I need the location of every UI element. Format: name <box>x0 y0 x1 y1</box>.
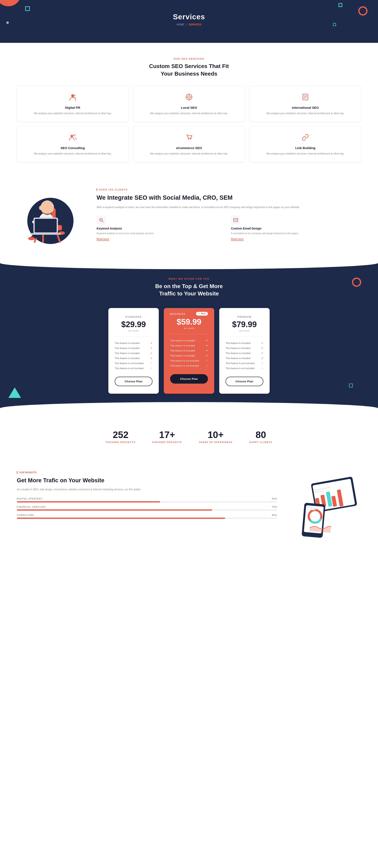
benefits-illustration <box>290 471 361 534</box>
progress-label-consulting: CONSULTING 80% <box>17 514 277 516</box>
list-item: This feature is included✓ <box>225 356 263 361</box>
integrate-title: We Integrate SEO with Social Media, CRO,… <box>97 194 361 202</box>
check-icon: ✓ <box>261 347 263 350</box>
check-icon: ✓ <box>206 354 208 357</box>
progress-fill-consulting <box>17 518 225 519</box>
card-desc-ecommerce: We analyze your website's structure, int… <box>138 152 240 156</box>
check-icon: ✓ <box>261 342 263 345</box>
stat-number-2: 17+ <box>152 429 182 440</box>
list-item: This feature is not included✕ <box>170 363 208 368</box>
list-item: This feature is included✓ <box>225 346 263 351</box>
services-grid: Digital PR We analyze your website's str… <box>17 86 361 162</box>
business-choose-button[interactable]: Choose Plan <box>170 374 208 383</box>
breadcrumb-home[interactable]: HOME <box>177 23 184 26</box>
standard-features: This feature is included✓ This feature i… <box>115 341 153 371</box>
keyword-read-more[interactable]: Read more <box>97 238 109 241</box>
feature-keyword-analysis: Keyword Analysis Keyword analysis is one… <box>97 215 227 241</box>
progress-fill-digital <box>17 501 160 502</box>
svg-rect-25 <box>35 219 57 232</box>
check-icon: ✓ <box>150 352 153 354</box>
digital-pr-icon <box>22 93 123 103</box>
check-icon: ✓ <box>261 357 263 360</box>
business-divider <box>170 334 208 334</box>
stat-label-1: FINISHED PROJECTS <box>106 441 135 443</box>
feature-keyword-title: Keyword Analysis <box>97 227 227 230</box>
stat-number-4: 80 <box>249 429 272 440</box>
premium-features: This feature is included✓ This feature i… <box>225 341 263 371</box>
feature-text: This feature is included <box>115 347 139 349</box>
feature-text: This feature is included <box>170 339 195 342</box>
stat-label-4: HAPPY CLIENTS <box>249 441 272 443</box>
list-item: This feature is included✓ <box>170 343 208 348</box>
pricing-section: WHAT WE OFFER FOR YOU Be on the Top & Ge… <box>0 256 378 415</box>
business-plan-label: BUSINESS <box>170 313 185 315</box>
feature-text: This feature is included <box>225 342 250 344</box>
pricing-cards-container: STANDARD $29.99 per month This feature i… <box>17 308 361 394</box>
breadcrumb: HOME / SERVICES <box>4 23 374 26</box>
stat-label-2: FINISHED PROJECTS <box>152 441 182 443</box>
feature-text: This feature is not included <box>115 362 144 365</box>
deco-circle-1 <box>358 6 368 16</box>
feature-text: This feature is included <box>115 357 139 360</box>
check-icon: ✓ <box>150 357 153 360</box>
stat-years-experience: 10+ YEARS OF EXPERIENCE <box>199 429 232 444</box>
svg-point-28 <box>39 206 42 210</box>
service-card-link-building: Link Building We analyze your website's … <box>250 126 361 162</box>
feature-text: This feature is included <box>170 354 195 357</box>
feature-email-title: Custom Email Design <box>231 227 361 230</box>
x-icon: ✕ <box>261 367 263 370</box>
card-desc-local-seo: We analyze your website's structure, int… <box>138 112 240 116</box>
link-building-icon <box>255 133 356 143</box>
card-desc-digital-pr: We analyze your website's structure, int… <box>22 112 123 116</box>
list-item: This feature is included✓ <box>115 346 153 351</box>
service-card-ecommerce: eCommerce SEO We analyze your website's … <box>133 126 245 162</box>
stat-finished-projects: 252 FINISHED PROJECTS <box>106 429 135 444</box>
email-design-icon <box>231 215 240 225</box>
x-icon: ✕ <box>150 362 153 365</box>
premium-choose-button[interactable]: Choose Plan <box>225 377 263 386</box>
svg-rect-31 <box>233 218 238 222</box>
premium-plan-label: PREMIUM <box>225 316 263 318</box>
integrate-description: With a keyword analysis in hand, we now … <box>97 205 361 210</box>
card-desc-seo-consulting: We analyze your website's structure, int… <box>22 152 123 156</box>
check-icon: ✓ <box>150 347 153 350</box>
check-icon: ✓ <box>206 339 208 342</box>
card-title-local-seo: Local SEO <box>138 106 240 110</box>
svg-point-14 <box>188 138 189 140</box>
pricing-section-title: Be on the Top & Get MoreTraffic to Your … <box>17 283 361 298</box>
svg-point-3 <box>188 96 190 98</box>
progress-bg-financial <box>17 509 277 510</box>
svg-point-0 <box>71 94 74 97</box>
progress-label-digital: DIGITAL STRATEGY 55% <box>17 498 277 500</box>
card-title-digital-pr: Digital PR <box>22 106 123 110</box>
benefits-over-label: OUR BENEFITS <box>17 471 277 474</box>
progress-fill-financial <box>17 509 212 510</box>
seo-consulting-icon <box>22 133 123 143</box>
page-title: Services <box>4 12 374 21</box>
standard-choose-button[interactable]: Choose Plan <box>115 377 153 386</box>
business-features: This feature is included✓ This feature i… <box>170 338 208 368</box>
deco-square-3 <box>333 23 336 26</box>
feature-text: This feature is not included <box>225 367 254 370</box>
business-price: $59.99 <box>170 317 208 327</box>
stat-label-3: YEARS OF EXPERIENCE <box>199 441 232 443</box>
email-read-more[interactable]: Read more <box>231 238 244 241</box>
business-period: per month <box>170 327 208 330</box>
x-icon: ✕ <box>206 364 208 367</box>
svg-point-22 <box>28 237 35 240</box>
standard-plan-label: STANDARD <box>115 316 153 318</box>
feature-text: This feature is included <box>170 349 195 352</box>
pricing-card-premium: PREMIUM $79.99 per month This feature is… <box>219 308 270 394</box>
progress-name-financial: FINANCIAL SERVICES <box>17 506 46 508</box>
best-label: Best <box>201 312 206 315</box>
feature-text: This feature is included <box>115 352 139 354</box>
service-card-international-seo: International SEO We analyze your websit… <box>250 86 361 122</box>
progress-value-consulting: 80% <box>272 514 277 516</box>
progress-digital-strategy: DIGITAL STRATEGY 55% <box>17 498 277 502</box>
man-svg <box>22 187 77 244</box>
deco-blob-1 <box>0 0 21 6</box>
best-badge: ✓ Best <box>196 312 208 316</box>
international-seo-icon <box>255 93 356 103</box>
feature-text: This feature is not included <box>115 367 144 370</box>
integrate-content: OVER 150 CLIENTS We Integrate SEO with S… <box>97 188 361 241</box>
